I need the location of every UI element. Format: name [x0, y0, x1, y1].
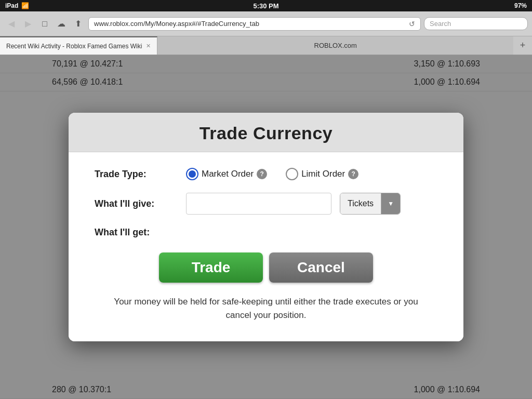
market-order-option[interactable]: Market Order ? [186, 168, 267, 180]
cancel-button[interactable]: Cancel [269, 252, 373, 283]
limit-order-option[interactable]: Limit Order ? [286, 168, 358, 180]
browser-chrome: ◀ ▶ □ ☁ ⬆ www.roblox.com/My/Money.aspx#/… [0, 11, 532, 36]
search-placeholder: Search [430, 20, 451, 28]
status-bar: iPad 📶 5:30 PM 97% [0, 0, 532, 11]
new-tab-button[interactable]: + [513, 36, 532, 55]
get-label: What I'll get: [95, 227, 178, 238]
address-bar[interactable]: www.roblox.com/My/Money.aspx#/#TradeCurr… [88, 17, 421, 31]
modal-header: Trade Currency [69, 113, 463, 152]
page-background: 70,191 @ 10.427:1 3,150 @ 1:10.693 64,59… [0, 55, 532, 399]
device-label: iPad [5, 2, 18, 9]
trade-button[interactable]: Trade [159, 252, 263, 283]
trade-type-row: Trade Type: Market Order ? Limit Order ? [95, 168, 437, 180]
tabs-bar: Recent Wiki Activity - Roblox Famed Game… [0, 36, 532, 55]
search-bar[interactable]: Search [424, 17, 528, 30]
modal-title: Trade Currency [84, 123, 448, 143]
modal-footer-text: Your money will be held for safe-keeping… [95, 295, 437, 326]
address-text: www.roblox.com/My/Money.aspx#/#TradeCurr… [94, 20, 406, 28]
share-button[interactable]: ⬆ [71, 17, 85, 31]
radio-group: Market Order ? Limit Order ? [186, 168, 365, 180]
refresh-icon[interactable]: ↺ [409, 20, 415, 28]
get-row: What I'll get: [95, 227, 437, 238]
give-label: What I'll give: [95, 198, 178, 209]
trade-type-label: Trade Type: [95, 169, 178, 180]
limit-order-radio[interactable] [286, 168, 298, 180]
bookmarks-button[interactable]: □ [37, 17, 52, 31]
tab-roblox-label: ROBLOX.com [314, 42, 357, 49]
give-input[interactable] [186, 193, 331, 215]
market-order-help-icon[interactable]: ? [257, 169, 267, 179]
limit-order-help-icon[interactable]: ? [348, 169, 358, 179]
trade-currency-modal: Trade Currency Trade Type: Market Order … [69, 113, 463, 341]
action-buttons: Trade Cancel [95, 252, 437, 283]
dropdown-arrow-icon: ▼ [381, 193, 400, 214]
tab-wiki-close[interactable]: ✕ [146, 43, 151, 49]
status-bar-time: 5:30 PM [253, 2, 278, 10]
nav-buttons: ◀ ▶ □ ☁ ⬆ [4, 17, 85, 31]
battery-indicator: 97% [514, 2, 527, 9]
back-button[interactable]: ◀ [4, 17, 19, 31]
tab-wiki[interactable]: Recent Wiki Activity - Roblox Famed Game… [0, 36, 157, 55]
modal-body: Trade Type: Market Order ? Limit Order ? [69, 152, 463, 341]
market-order-radio[interactable] [186, 168, 198, 180]
limit-order-label: Limit Order [301, 169, 345, 179]
give-row: What I'll give: Tickets ▼ [95, 193, 437, 215]
cloud-button[interactable]: ☁ [54, 17, 69, 31]
currency-dropdown[interactable]: Tickets ▼ [340, 193, 401, 215]
market-order-label: Market Order [202, 169, 254, 179]
tab-wiki-label: Recent Wiki Activity - Roblox Famed Game… [6, 43, 142, 50]
dropdown-text: Tickets [340, 193, 381, 214]
modal-overlay: Trade Currency Trade Type: Market Order … [0, 55, 532, 399]
tab-roblox[interactable]: ROBLOX.com [157, 36, 513, 55]
status-bar-left: iPad 📶 [5, 2, 29, 9]
forward-button[interactable]: ▶ [21, 17, 35, 31]
wifi-icon: 📶 [21, 2, 29, 9]
